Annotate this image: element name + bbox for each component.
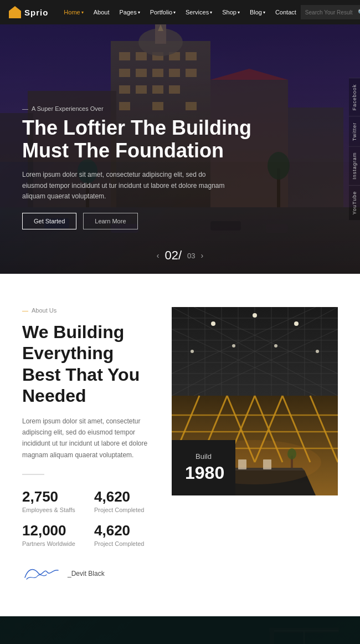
nav-item-about[interactable]: About <box>89 9 114 16</box>
svg-point-64 <box>232 344 235 347</box>
about-divider <box>22 474 44 475</box>
svg-point-66 <box>316 350 319 353</box>
navbar: Sprio Home ▾ About Pages ▾ Portfolio ▾ S… <box>0 0 360 24</box>
chevron-down-icon: ▾ <box>173 10 176 15</box>
signature-area: _Devit Black <box>22 564 155 583</box>
nav-item-blog[interactable]: Blog ▾ <box>245 9 270 16</box>
about-section: About Us We Building Everything Best Tha… <box>0 274 360 616</box>
about-title: We Building Everything Best That You Nee… <box>22 321 155 407</box>
svg-point-61 <box>253 313 257 318</box>
get-started-button[interactable]: Get Started <box>22 213 76 229</box>
social-youtube[interactable]: YouTube <box>349 185 360 220</box>
hero-super-text: A Super Experiences Over <box>22 105 255 112</box>
stat-projects-2: 4,620 Project Completed <box>94 522 155 547</box>
about-label: About Us <box>22 307 155 314</box>
stat-projects-1: 4,620 Project Completed <box>94 488 155 513</box>
hero-content: A Super Experiences Over The Loftier The… <box>22 105 255 229</box>
stat-number-employees: 2,750 <box>22 488 83 505</box>
stat-employees: 2,750 Employees & Staffs <box>22 488 83 513</box>
stat-label-projects1: Project Completed <box>94 507 155 513</box>
about-image: Build 1980 <box>172 307 338 495</box>
consultation-section: Innovation Starts Here Consultation Over… <box>0 616 360 644</box>
about-right-column: Build 1980 <box>172 307 338 583</box>
hero-buttons: Get Started Learn More <box>22 213 255 229</box>
build-badge-label: Build <box>185 452 222 461</box>
chevron-down-icon: ▾ <box>138 10 140 15</box>
slide-current: 02/ <box>164 248 182 263</box>
logo-icon <box>9 6 21 18</box>
svg-point-60 <box>211 321 215 326</box>
next-slide-arrow[interactable]: › <box>201 251 204 260</box>
stat-partners: 12,000 Partners Worldwide <box>22 522 83 547</box>
search-icon: 🔍 <box>358 9 360 16</box>
stat-label-partners: Partners Worldwide <box>22 540 83 547</box>
nav-links: Home ▾ About Pages ▾ Portfolio ▾ Service… <box>59 9 301 16</box>
nav-item-contact[interactable]: Contact <box>271 9 301 16</box>
consultation-content: Innovation Starts Here Consultation Over… <box>0 616 266 644</box>
chevron-down-icon: ▾ <box>210 10 212 15</box>
hero-section: Facebook Twitter Instagram YouTube A Sup… <box>0 24 360 274</box>
about-description: Lorem ipsum dolor sit amet, consectetur … <box>22 416 155 461</box>
signature-image <box>22 564 61 583</box>
stat-label-projects2: Project Completed <box>94 540 155 547</box>
chevron-down-icon: ▾ <box>263 10 265 15</box>
social-sidebar: Facebook Twitter Instagram YouTube <box>349 78 360 220</box>
hero-title: The Loftier The Building Must The Founda… <box>22 116 255 162</box>
search-input[interactable] <box>305 9 358 16</box>
social-instagram[interactable]: Instagram <box>349 146 360 185</box>
svg-point-63 <box>191 350 194 353</box>
stat-number-projects2: 4,620 <box>94 522 155 539</box>
chevron-down-icon: ▾ <box>238 10 240 15</box>
stat-number-projects1: 4,620 <box>94 488 155 505</box>
signature-svg <box>22 564 61 583</box>
slide-counter: ‹ 02/ 03 › <box>157 248 203 263</box>
build-badge-year: 1980 <box>185 463 222 483</box>
nav-item-portfolio[interactable]: Portfolio ▾ <box>146 9 180 16</box>
build-badge: Build 1980 <box>172 440 235 495</box>
about-left-column: About Us We Building Everything Best Tha… <box>22 307 172 583</box>
social-twitter[interactable]: Twitter <box>349 116 360 146</box>
hero-description: Lorem ipsum dolor sit amet, consectetur … <box>22 170 233 202</box>
nav-item-pages[interactable]: Pages ▾ <box>115 9 144 16</box>
learn-more-hero-button[interactable]: Learn More <box>83 213 137 229</box>
search-box[interactable]: 🔍 <box>301 5 360 19</box>
social-facebook[interactable]: Facebook <box>349 78 360 116</box>
stats-grid: 2,750 Employees & Staffs 4,620 Project C… <box>22 488 155 547</box>
chevron-down-icon: ▾ <box>81 10 84 15</box>
logo-text: Sprio <box>24 8 48 17</box>
signature-name: _Devit Black <box>68 570 105 577</box>
svg-point-62 <box>294 321 299 326</box>
nav-item-shop[interactable]: Shop ▾ <box>218 9 244 16</box>
logo[interactable]: Sprio <box>9 6 48 18</box>
prev-slide-arrow[interactable]: ‹ <box>157 251 160 260</box>
nav-item-home[interactable]: Home ▾ <box>59 9 88 16</box>
stat-label-employees: Employees & Staffs <box>22 507 83 513</box>
svg-point-65 <box>274 344 277 347</box>
slide-total: 03 <box>187 252 195 260</box>
nav-item-services[interactable]: Services ▾ <box>181 9 217 16</box>
stat-number-partners: 12,000 <box>22 522 83 539</box>
